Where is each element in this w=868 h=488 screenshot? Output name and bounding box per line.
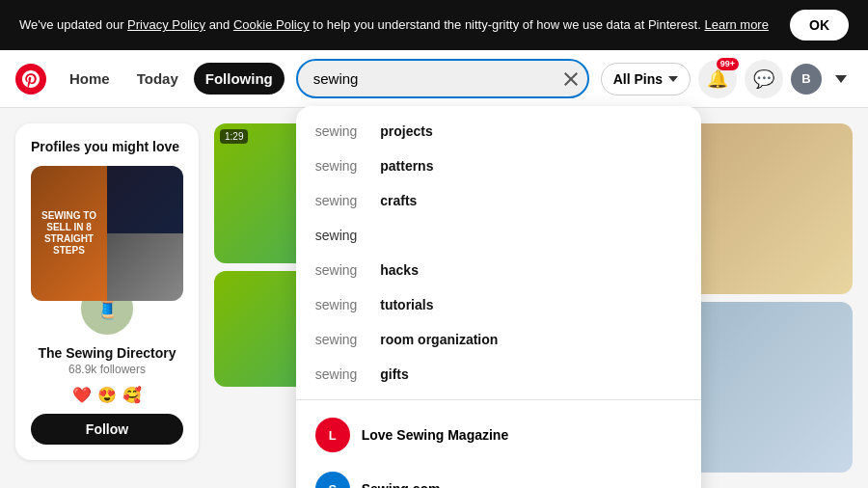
video-badge-1: 1:29 [220,129,248,144]
ok-button[interactable]: OK [790,10,849,41]
nav-links: Home Today Following [58,63,285,95]
account-avatar-sewing-com: S [315,472,350,488]
notifications-button[interactable]: 🔔 99+ [698,60,737,98]
profile-card-title: Profiles you might love [31,139,179,154]
search-input[interactable] [296,59,589,98]
profile-images-grid: SEWING TO SELL IN 8 STRAIGHT STEPS [31,166,183,301]
profile-img-right-top [107,166,183,233]
suggestion-projects[interactable]: sewing projects [296,114,701,149]
banner-text-end: to help you understand the nitty-gritty … [310,17,705,32]
cookie-banner: We've updated our Privacy Policy and Coo… [0,0,868,50]
search-clear-button[interactable] [564,72,578,86]
reaction-face: 🥰 [122,386,142,404]
profile-name: The Sewing Directory [38,345,176,361]
suggestion-tutorials[interactable]: sewing tutorials [296,287,701,322]
banner-text: We've updated our Privacy Policy and Coo… [19,15,771,35]
nav-home[interactable]: Home [58,63,122,95]
banner-text-start: We've updated our [19,17,127,32]
account-name-love-sewing: Love Sewing Magazine [362,427,508,443]
suggestion-patterns[interactable]: sewing patterns [296,149,701,183]
account-name-sewing-com: Sewing.com [362,481,441,488]
nav-following[interactable]: Following [194,63,285,95]
reaction-heart: ❤️ [72,386,92,404]
pinterest-logo[interactable] [15,64,46,95]
account-sewing-com[interactable]: S Sewing.com [296,462,701,488]
follow-button[interactable]: Follow [31,414,183,445]
profile-img-right-bottom [107,233,183,301]
account-love-sewing[interactable]: L Love Sewing Magazine [296,408,701,462]
messages-button[interactable]: 💬 [745,60,783,98]
suggestion-gifts[interactable]: sewing gifts [296,357,701,392]
nav-right: All Pins 🔔 99+ 💬 B [601,60,853,98]
reaction-eyes: 😍 [97,386,117,404]
privacy-policy-link[interactable]: Privacy Policy [127,17,205,32]
suggestion-room-organization[interactable]: sewing room organization [296,322,701,357]
learn-more-link[interactable]: Learn more [704,17,768,32]
search-container: sewing projects sewing patterns sewing c… [296,59,589,98]
account-chevron-button[interactable] [829,60,853,98]
cookie-policy-link[interactable]: Cookie Policy [233,17,310,32]
reaction-row: ❤️ 😍 🥰 [72,386,142,404]
suggestion-hacks[interactable]: sewing hacks [296,253,701,287]
profile-followers: 68.9k followers [68,363,146,376]
banner-text-mid: and [205,17,233,32]
suggestion-sewing[interactable]: sewing [296,218,701,253]
account-avatar-love-sewing: L [315,418,350,452]
nav-today[interactable]: Today [125,63,190,95]
dropdown-divider [296,399,701,400]
notification-badge: 99+ [717,58,739,71]
navbar: Home Today Following sewing projects sew… [0,50,868,108]
all-pins-label: All Pins [613,71,663,87]
user-avatar-button[interactable]: B [791,64,822,95]
all-pins-button[interactable]: All Pins [601,63,691,95]
suggestion-crafts[interactable]: sewing crafts [296,183,701,218]
search-dropdown: sewing projects sewing patterns sewing c… [296,106,701,488]
profile-img-left: SEWING TO SELL IN 8 STRAIGHT STEPS [31,166,107,301]
profile-card: Profiles you might love SEWING TO SELL I… [15,123,199,460]
